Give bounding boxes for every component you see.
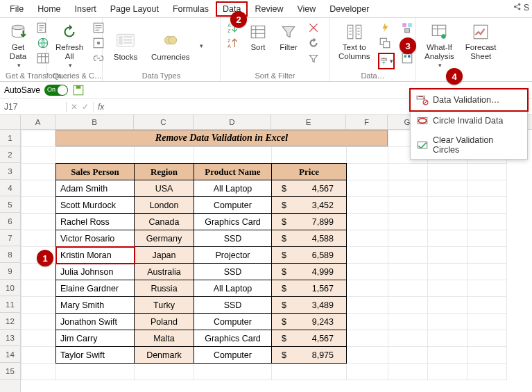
cell-price[interactable]: $8,975	[272, 347, 347, 364]
data-validation-button[interactable]: ▾	[379, 54, 393, 68]
stocks-button[interactable]: Stocks	[108, 28, 143, 63]
cell-region[interactable]: Australia	[135, 264, 194, 280]
cell-region[interactable]: Russia	[135, 280, 194, 297]
share-button[interactable]: S	[513, 3, 529, 12]
row-header[interactable]: 6	[0, 213, 20, 230]
header-product[interactable]: Product Name	[194, 164, 272, 180]
filter-button[interactable]: Filter	[276, 21, 301, 53]
row-header[interactable]: 9	[0, 263, 20, 280]
sort-za-icon[interactable]: ZA	[226, 36, 240, 50]
enter-icon[interactable]: ✓	[82, 102, 89, 112]
menu-formulas[interactable]: Formulas	[166, 1, 216, 17]
what-if-button[interactable]: What-If Analysis▾	[422, 21, 457, 70]
cell-price[interactable]: $4,588	[272, 230, 347, 247]
cell-price[interactable]: $7,899	[272, 214, 347, 230]
cell-price[interactable]: $1,567	[272, 280, 347, 297]
cell-person[interactable]: Scott Murdock	[56, 197, 135, 214]
currencies-button[interactable]: Currencies	[148, 28, 193, 63]
cell-product[interactable]: Computer	[194, 314, 272, 330]
cell-price[interactable]: $3,452	[272, 197, 347, 214]
forecast-sheet-button[interactable]: Forecast Sheet	[463, 21, 499, 62]
menu-review[interactable]: Review	[248, 1, 290, 17]
header-price[interactable]: Price	[272, 164, 347, 180]
cell-price[interactable]: $4,999	[272, 264, 347, 280]
flash-fill-icon[interactable]	[378, 21, 392, 35]
cell-region[interactable]: London	[135, 197, 194, 214]
consolidate-icon[interactable]	[400, 21, 414, 35]
cell-person[interactable]: Jonathon Swift	[56, 314, 135, 330]
cell-product[interactable]: Projector	[194, 247, 272, 264]
col-header[interactable]: D	[194, 115, 271, 129]
reapply-icon[interactable]	[307, 36, 320, 50]
cell-region[interactable]: USA	[135, 180, 194, 197]
menu-insert[interactable]: Insert	[68, 1, 103, 17]
row-header[interactable]: 15	[0, 363, 20, 380]
menu-page-layout[interactable]: Page Layout	[103, 1, 166, 17]
row-header[interactable]: 8	[0, 246, 20, 263]
save-icon[interactable]	[72, 84, 85, 96]
row-header[interactable]: 10	[0, 280, 20, 296]
get-data-button[interactable]: Get Data▾	[6, 21, 31, 70]
clear-filter-icon[interactable]	[307, 21, 320, 35]
cell-person[interactable]: Victor Rosario	[56, 230, 135, 247]
fx-label[interactable]: fx	[94, 102, 104, 112]
row-header[interactable]: 13	[0, 330, 20, 346]
cell-region[interactable]: Japan	[135, 247, 194, 264]
cell-person-highlighted[interactable]: Kristin Moran	[56, 247, 135, 264]
row-header[interactable]: 12	[0, 313, 20, 330]
row-header[interactable]: 3	[0, 163, 20, 180]
header-region[interactable]: Region	[135, 164, 194, 180]
row-header[interactable]: 1	[0, 130, 20, 146]
header-person[interactable]: Sales Person	[56, 164, 135, 180]
cell-product[interactable]: Graphics Card	[194, 330, 272, 347]
cell-product[interactable]: SSD	[194, 264, 272, 280]
autosave-toggle[interactable]: On	[44, 85, 68, 96]
cell-region[interactable]: Poland	[135, 314, 194, 330]
col-header[interactable]: F	[346, 115, 388, 129]
refresh-all-button[interactable]: Refresh All▾	[53, 21, 86, 70]
sheet-title[interactable]: Remove Data Validation in Excel	[55, 130, 388, 146]
row-header[interactable]: 7	[0, 230, 20, 246]
menu-data-validation[interactable]: Data Validation…	[409, 88, 529, 112]
row-header[interactable]: 2	[0, 146, 20, 163]
cell-region[interactable]: Germany	[135, 230, 194, 247]
cell-product[interactable]: All Laptop	[194, 180, 272, 197]
menu-home[interactable]: Home	[31, 1, 67, 17]
col-header[interactable]: E	[271, 115, 346, 129]
cell-person[interactable]: Rachel Ross	[56, 214, 135, 230]
advanced-icon[interactable]	[307, 51, 320, 65]
sort-button[interactable]: Sort	[246, 21, 271, 53]
text-to-columns-button[interactable]: Text to Columns	[336, 21, 372, 62]
cell-product[interactable]: SSD	[194, 297, 272, 314]
cell-price[interactable]: $4,567	[272, 180, 347, 197]
row-header[interactable]: 5	[0, 196, 20, 213]
cell-price[interactable]: $4,567	[272, 330, 347, 347]
select-all[interactable]	[0, 115, 20, 130]
remove-duplicates-icon[interactable]	[378, 36, 392, 50]
data-types-more[interactable]: ▾	[200, 42, 203, 49]
cell-person[interactable]: Mary Smith	[56, 297, 135, 314]
cancel-icon[interactable]: ✕	[71, 102, 78, 112]
cell-product[interactable]: Graphics Card	[194, 214, 272, 230]
cell-price[interactable]: $9,243	[272, 314, 347, 330]
cell-product[interactable]: SSD	[194, 230, 272, 247]
menu-view[interactable]: View	[290, 1, 323, 17]
cell-region[interactable]: Canada	[135, 214, 194, 230]
cell-region[interactable]: Malta	[135, 330, 194, 347]
row-header[interactable]: 11	[0, 296, 20, 313]
menu-circle-invalid[interactable]: Circle Invalid Data	[411, 110, 527, 131]
col-header[interactable]: A	[21, 115, 55, 129]
col-header[interactable]: C	[134, 115, 194, 129]
cell-person[interactable]: Adam Smith	[56, 180, 135, 197]
cell-product[interactable]: Computer	[194, 347, 272, 364]
name-box[interactable]: J17	[0, 102, 67, 112]
cell-region[interactable]: Turky	[135, 297, 194, 314]
cell-region[interactable]: Denmark	[135, 347, 194, 364]
cell-product[interactable]: All Laptop	[194, 280, 272, 297]
row-header[interactable]: 14	[0, 346, 20, 363]
menu-developer[interactable]: Developer	[323, 1, 376, 17]
row-header[interactable]: 4	[0, 180, 20, 196]
col-header[interactable]: B	[55, 115, 134, 129]
cell-price[interactable]: $3,489	[272, 297, 347, 314]
cell-person[interactable]: Taylor Swift	[56, 347, 135, 364]
